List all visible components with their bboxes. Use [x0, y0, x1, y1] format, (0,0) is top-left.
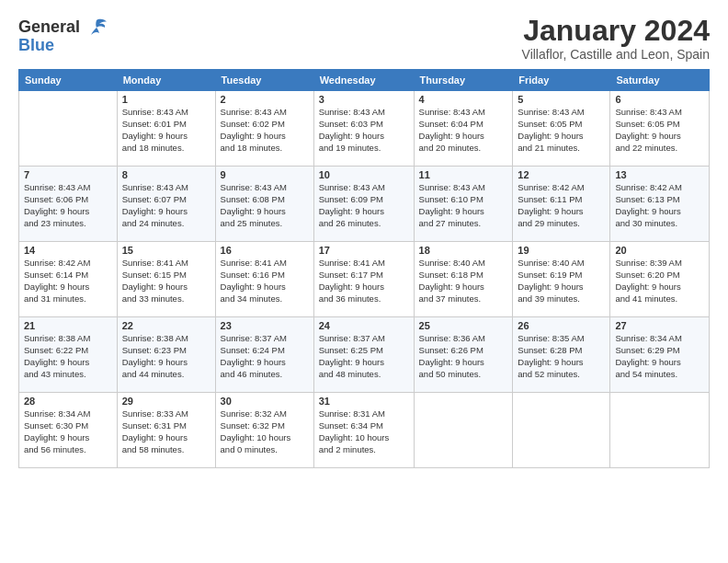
calendar-cell: 8Sunrise: 8:43 AMSunset: 6:07 PMDaylight… [117, 167, 215, 242]
day-number: 28 [24, 396, 112, 407]
col-wednesday: Wednesday [313, 70, 414, 91]
day-number: 12 [518, 169, 605, 180]
title-block: January 2024 Villaflor, Castille and Leo… [522, 15, 710, 62]
day-number: 21 [24, 320, 112, 331]
location-subtitle: Villaflor, Castille and Leon, Spain [522, 47, 710, 62]
day-info: Sunrise: 8:40 AMSunset: 6:18 PMDaylight:… [419, 258, 508, 304]
day-number: 29 [122, 396, 210, 407]
day-info: Sunrise: 8:33 AMSunset: 6:31 PMDaylight:… [122, 408, 210, 455]
day-number: 6 [615, 94, 704, 105]
day-number: 7 [24, 169, 112, 180]
day-number: 5 [518, 94, 605, 105]
day-number: 30 [221, 396, 309, 407]
calendar-cell [19, 91, 118, 167]
calendar-week-row: 28Sunrise: 8:34 AMSunset: 6:30 PMDayligh… [19, 393, 710, 468]
day-info: Sunrise: 8:41 AMSunset: 6:16 PMDaylight:… [221, 258, 309, 304]
day-info: Sunrise: 8:43 AMSunset: 6:09 PMDaylight:… [319, 182, 409, 229]
day-number: 27 [615, 320, 704, 331]
calendar-cell: 7Sunrise: 8:43 AMSunset: 6:06 PMDaylight… [19, 167, 118, 242]
calendar-week-row: 14Sunrise: 8:42 AMSunset: 6:14 PMDayligh… [19, 242, 710, 317]
day-number: 25 [419, 320, 508, 331]
page-header: General Blue January 2024 Villaflor, Cas… [18, 15, 710, 62]
calendar-cell: 4Sunrise: 8:43 AMSunset: 6:04 PMDaylight… [414, 91, 513, 167]
day-info: Sunrise: 8:43 AMSunset: 6:07 PMDaylight:… [122, 182, 210, 229]
calendar-cell: 10Sunrise: 8:43 AMSunset: 6:09 PMDayligh… [313, 167, 414, 242]
calendar-cell: 14Sunrise: 8:42 AMSunset: 6:14 PMDayligh… [19, 242, 118, 317]
day-info: Sunrise: 8:37 AMSunset: 6:25 PMDaylight:… [319, 333, 409, 380]
logo: General Blue [18, 18, 107, 55]
calendar-page: General Blue January 2024 Villaflor, Cas… [0, 0, 728, 563]
calendar-cell: 23Sunrise: 8:37 AMSunset: 6:24 PMDayligh… [215, 317, 313, 393]
day-info: Sunrise: 8:43 AMSunset: 6:05 PMDaylight:… [615, 107, 704, 154]
col-tuesday: Tuesday [215, 70, 313, 91]
day-number: 16 [221, 245, 309, 256]
calendar-cell: 30Sunrise: 8:32 AMSunset: 6:32 PMDayligh… [215, 393, 313, 468]
calendar-cell: 27Sunrise: 8:34 AMSunset: 6:29 PMDayligh… [610, 317, 710, 393]
day-info: Sunrise: 8:43 AMSunset: 6:04 PMDaylight:… [419, 107, 508, 154]
calendar-cell: 15Sunrise: 8:41 AMSunset: 6:15 PMDayligh… [117, 242, 215, 317]
calendar-cell: 24Sunrise: 8:37 AMSunset: 6:25 PMDayligh… [313, 317, 414, 393]
calendar-cell: 12Sunrise: 8:42 AMSunset: 6:11 PMDayligh… [513, 167, 610, 242]
day-info: Sunrise: 8:37 AMSunset: 6:24 PMDaylight:… [221, 333, 309, 380]
calendar-cell [414, 393, 513, 468]
calendar-cell: 16Sunrise: 8:41 AMSunset: 6:16 PMDayligh… [215, 242, 313, 317]
day-info: Sunrise: 8:42 AMSunset: 6:13 PMDaylight:… [615, 182, 704, 229]
day-number: 8 [122, 169, 210, 180]
day-info: Sunrise: 8:43 AMSunset: 6:08 PMDaylight:… [221, 182, 309, 229]
calendar-cell: 11Sunrise: 8:43 AMSunset: 6:10 PMDayligh… [414, 167, 513, 242]
calendar-cell: 26Sunrise: 8:35 AMSunset: 6:28 PMDayligh… [513, 317, 610, 393]
day-number: 1 [122, 94, 210, 105]
day-number: 2 [221, 94, 309, 105]
day-info: Sunrise: 8:35 AMSunset: 6:28 PMDaylight:… [518, 333, 605, 380]
day-number: 13 [615, 169, 704, 180]
calendar-cell: 5Sunrise: 8:43 AMSunset: 6:05 PMDaylight… [513, 91, 610, 167]
day-info: Sunrise: 8:39 AMSunset: 6:20 PMDaylight:… [615, 258, 704, 304]
day-number: 3 [319, 94, 409, 105]
day-number: 15 [122, 245, 210, 256]
calendar-cell: 25Sunrise: 8:36 AMSunset: 6:26 PMDayligh… [414, 317, 513, 393]
logo-line1: General [18, 18, 107, 37]
day-number: 10 [319, 169, 409, 180]
day-info: Sunrise: 8:31 AMSunset: 6:34 PMDaylight:… [319, 408, 409, 455]
day-info: Sunrise: 8:36 AMSunset: 6:26 PMDaylight:… [419, 333, 508, 380]
calendar-cell: 22Sunrise: 8:38 AMSunset: 6:23 PMDayligh… [117, 317, 215, 393]
day-number: 20 [615, 245, 704, 256]
day-number: 4 [419, 94, 508, 105]
calendar-cell: 9Sunrise: 8:43 AMSunset: 6:08 PMDaylight… [215, 167, 313, 242]
day-info: Sunrise: 8:43 AMSunset: 6:02 PMDaylight:… [221, 107, 309, 154]
col-friday: Friday [513, 70, 610, 91]
day-info: Sunrise: 8:43 AMSunset: 6:05 PMDaylight:… [518, 107, 605, 154]
day-info: Sunrise: 8:42 AMSunset: 6:11 PMDaylight:… [518, 182, 605, 229]
day-number: 9 [221, 169, 309, 180]
day-number: 18 [419, 245, 508, 256]
calendar-cell: 29Sunrise: 8:33 AMSunset: 6:31 PMDayligh… [117, 393, 215, 468]
day-number: 24 [319, 320, 409, 331]
calendar-cell: 31Sunrise: 8:31 AMSunset: 6:34 PMDayligh… [313, 393, 414, 468]
day-info: Sunrise: 8:42 AMSunset: 6:14 PMDaylight:… [24, 258, 112, 304]
calendar-cell: 28Sunrise: 8:34 AMSunset: 6:30 PMDayligh… [19, 393, 118, 468]
day-info: Sunrise: 8:32 AMSunset: 6:32 PMDaylight:… [221, 408, 309, 455]
day-info: Sunrise: 8:43 AMSunset: 6:06 PMDaylight:… [24, 182, 112, 229]
calendar-cell: 19Sunrise: 8:40 AMSunset: 6:19 PMDayligh… [513, 242, 610, 317]
day-number: 22 [122, 320, 210, 331]
logo-bird-icon [86, 18, 107, 37]
day-info: Sunrise: 8:41 AMSunset: 6:17 PMDaylight:… [319, 258, 409, 304]
day-number: 23 [221, 320, 309, 331]
calendar-cell: 21Sunrise: 8:38 AMSunset: 6:22 PMDayligh… [19, 317, 118, 393]
day-number: 26 [518, 320, 605, 331]
calendar-table: Sunday Monday Tuesday Wednesday Thursday… [18, 69, 710, 468]
col-sunday: Sunday [19, 70, 118, 91]
calendar-cell [610, 393, 710, 468]
day-number: 11 [419, 169, 508, 180]
calendar-cell: 2Sunrise: 8:43 AMSunset: 6:02 PMDaylight… [215, 91, 313, 167]
day-info: Sunrise: 8:40 AMSunset: 6:19 PMDaylight:… [518, 258, 605, 304]
day-info: Sunrise: 8:43 AMSunset: 6:01 PMDaylight:… [122, 107, 210, 154]
calendar-cell: 18Sunrise: 8:40 AMSunset: 6:18 PMDayligh… [414, 242, 513, 317]
header-row: Sunday Monday Tuesday Wednesday Thursday… [19, 70, 710, 91]
logo-line2: Blue [18, 37, 54, 55]
day-info: Sunrise: 8:38 AMSunset: 6:23 PMDaylight:… [122, 333, 210, 380]
day-number: 14 [24, 245, 112, 256]
day-number: 19 [518, 245, 605, 256]
col-thursday: Thursday [414, 70, 513, 91]
day-info: Sunrise: 8:34 AMSunset: 6:29 PMDaylight:… [615, 333, 704, 380]
